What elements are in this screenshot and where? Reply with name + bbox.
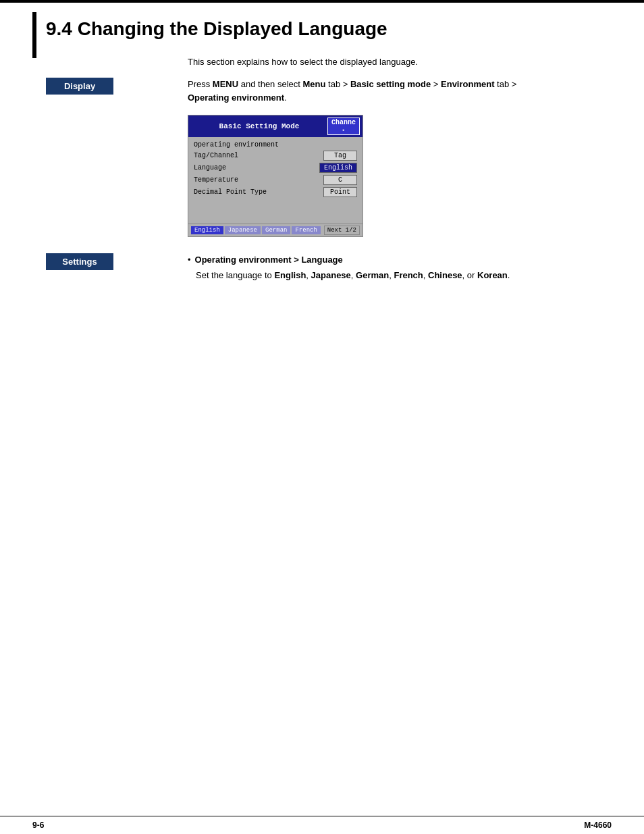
chinese-option: Chinese: [428, 270, 462, 280]
intro-text: This section explains how to select the …: [188, 57, 612, 67]
french-option: French: [394, 270, 423, 280]
japanese-btn[interactable]: Japanese: [225, 226, 261, 234]
bullet-title: Operating environment > Language: [195, 255, 343, 265]
screen-spacer: [194, 199, 357, 219]
japanese-option: Japanese: [311, 270, 351, 280]
left-accent-bar: [32, 12, 36, 58]
screen-row-language: Language English: [194, 163, 357, 173]
settings-label-col: Settings: [46, 253, 188, 270]
operating-environment-keyword: Operating environment: [188, 93, 284, 103]
display-label-col: Display: [46, 78, 188, 95]
page-container: 9.4 Changing the Displayed Language This…: [0, 0, 644, 834]
settings-content-col: •Operating environment > Language Set th…: [188, 253, 612, 283]
language-value[interactable]: English: [319, 163, 357, 173]
english-btn[interactable]: English: [191, 226, 223, 234]
basic-setting-mode-keyword: Basic setting mode: [350, 79, 431, 89]
section-number: 9.4 Changing the Displayed Language: [46, 18, 387, 39]
decimal-label: Decimal Point Type: [194, 188, 267, 196]
bullet-item: •Operating environment > Language Set th…: [188, 253, 612, 283]
temperature-label: Temperature: [194, 176, 238, 184]
bullet-description: Set the language to English, Japanese, G…: [196, 269, 612, 283]
german-btn[interactable]: German: [262, 226, 290, 234]
tag-channel-value[interactable]: Tag: [323, 151, 357, 161]
settings-badge: Settings: [46, 253, 113, 270]
screen-row-decimal: Decimal Point Type Point: [194, 187, 357, 197]
tag-channel-label: Tag/Channel: [194, 152, 238, 159]
doc-number: M-4660: [584, 820, 612, 830]
screen-row-tag-channel: Tag/Channel Tag: [194, 151, 357, 161]
temperature-value[interactable]: C: [323, 175, 357, 185]
screen-title-text: Basic Setting Mode: [191, 122, 327, 130]
top-border: [0, 0, 644, 3]
screen-title-bar: Basic Setting Mode Channe▪: [188, 115, 363, 137]
display-section: Display Press MENU and then select Menu …: [46, 78, 612, 238]
display-content-col: Press MENU and then select Menu tab > Ba…: [188, 78, 612, 238]
bullet-dot: •: [188, 255, 191, 265]
screen-row-temperature: Temperature C: [194, 175, 357, 185]
english-option: English: [274, 270, 306, 280]
page-number: 9-6: [32, 820, 44, 830]
instruction-text: Press MENU and then select Menu tab > Ba…: [188, 78, 612, 106]
content-area: 9.4 Changing the Displayed Language This…: [46, 0, 612, 283]
settings-section: Settings •Operating environment > Langua…: [46, 253, 612, 283]
screen-simulation: Basic Setting Mode Channe▪ Operating env…: [188, 115, 363, 237]
language-label: Language: [194, 164, 226, 172]
environment-tab-keyword: Environment: [441, 79, 494, 89]
screen-section-header: Operating environment: [194, 141, 357, 149]
screen-body: Operating environment Tag/Channel Tag La…: [188, 137, 363, 224]
section-title: 9.4 Changing the Displayed Language: [46, 12, 612, 41]
menu-tab-keyword: Menu: [303, 79, 326, 89]
next-btn[interactable]: Next 1/2: [324, 226, 360, 235]
screen-bottom-bar: English Japanese German French Next 1/2: [188, 224, 363, 236]
screen-channel-tab[interactable]: Channe▪: [327, 118, 360, 135]
korean-option: Korean: [477, 270, 508, 280]
page-footer: 9-6 M-4660: [0, 816, 644, 834]
display-badge: Display: [46, 78, 113, 95]
german-option: German: [356, 270, 389, 280]
menu-keyword: MENU: [213, 79, 238, 89]
french-btn[interactable]: French: [292, 226, 320, 234]
decimal-value[interactable]: Point: [323, 187, 357, 197]
